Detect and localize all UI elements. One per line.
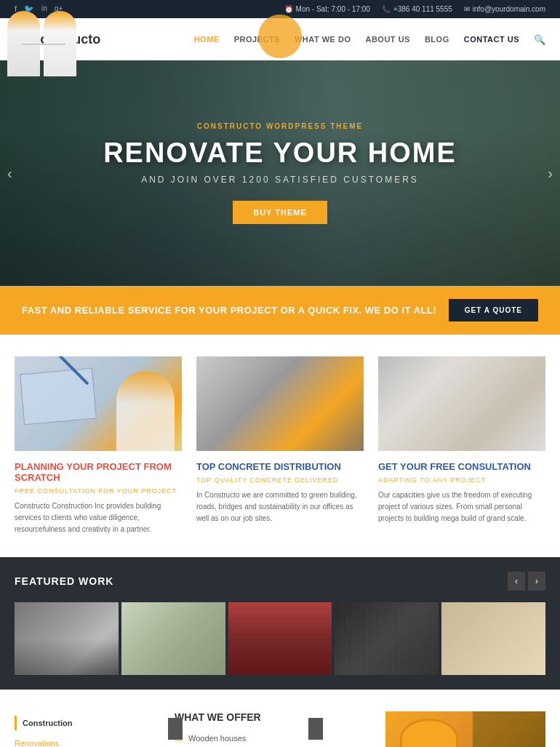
service-img-3: [378, 356, 545, 451]
featured-img-1[interactable]: [15, 602, 119, 675]
hero-title: RENOVATE YOUR HOME: [103, 137, 457, 169]
offer-title: WHAT WE OFFER: [175, 711, 371, 723]
featured-navigation: ‹ ›: [508, 572, 545, 591]
clock-icon: ⏰: [284, 5, 293, 13]
featured-img-3[interactable]: [228, 602, 332, 675]
email-icon: ✉: [464, 5, 470, 13]
hero-section: CONSTRUCTO WORDPRESS THEME RENOVATE YOUR…: [0, 60, 560, 286]
services-section: PLANNING YOUR PROJECT FROM SCRATCH FREE …: [0, 335, 560, 557]
buy-theme-button[interactable]: BUY THEME: [233, 201, 327, 224]
search-icon[interactable]: 🔍: [534, 34, 545, 45]
featured-section: FEATURED WORK ‹ ›: [0, 557, 560, 690]
phone-info: 📞 +386 40 111 5555: [382, 5, 452, 13]
service-subtitle-1: FREE CONSULTATION FOR YOUR PROJECT: [15, 487, 182, 495]
nav-blog[interactable]: BLOG: [425, 35, 449, 44]
service-title-3[interactable]: GET YOUR FREE CONSULTATION: [378, 461, 545, 472]
person-shape: [116, 371, 175, 451]
hero-next-arrow[interactable]: ›: [548, 165, 553, 182]
service-text-1: Constructo Construction Inc provides bui…: [15, 500, 182, 535]
email-text: info@yourdomain.com: [473, 5, 545, 13]
tab-renovations[interactable]: Renovations: [15, 735, 160, 747]
service-title-1[interactable]: PLANNING YOUR PROJECT FROM SCRATCH: [15, 461, 182, 483]
contact-info: ⏰ Mon - Sat: 7:00 - 17:00 📞 +386 40 111 …: [284, 5, 545, 13]
bottom-section: Construction Renovations WHAT WE OFFER ☑…: [0, 690, 560, 747]
featured-title: FEATURED WORK: [15, 575, 113, 587]
bottom-main: WHAT WE OFFER ☑ Wooden houses ☑ Brick co…: [175, 711, 371, 747]
hero-description: AND JOIN OVER 1200 SATISFIED CUSTOMERS: [103, 175, 457, 185]
bottom-tabs: Construction Renovations: [15, 711, 160, 747]
offer-item-1: ☑ Wooden houses: [175, 733, 371, 743]
service-consultation: GET YOUR FREE CONSULTATION ADAPTING TO A…: [378, 356, 545, 535]
linkedin-icon[interactable]: in: [41, 4, 47, 14]
hours-text: Mon - Sat: 7:00 - 17:00: [296, 5, 370, 13]
get-quote-button[interactable]: GET A QUOTE: [449, 299, 538, 321]
nav-contact[interactable]: CONTACT US: [464, 35, 519, 44]
helmet-shape: [400, 719, 458, 747]
service-subtitle-2: TOP QUALITY CONCRETE DELIVERED: [196, 476, 364, 484]
tab-construction[interactable]: Construction: [15, 711, 160, 735]
bottom-image: [385, 711, 545, 747]
offer-label-1: Wooden houses: [188, 734, 246, 743]
service-img-1: [15, 356, 182, 451]
nav-links: HOME PROJECTS WHAT WE DO ABOUT US BLOG C…: [194, 34, 545, 45]
featured-img-4[interactable]: [335, 602, 439, 675]
promo-banner: FAST AND RELIABLE SERVICE FOR YOUR PROJE…: [0, 286, 560, 335]
service-text-2: In Constructo we are committed to green …: [196, 490, 364, 524]
nav-about[interactable]: ABOUT US: [365, 35, 409, 44]
helmet-image: [385, 711, 545, 747]
service-concrete: TOP CONCRETE DISTRIBUTION TOP QUALITY CO…: [196, 356, 364, 535]
tab-active-indicator: [15, 716, 17, 730]
hero-subheading: CONSTRUCTO WORDPRESS THEME: [103, 122, 457, 130]
phone-icon: 📞: [382, 5, 391, 13]
featured-next-button[interactable]: ›: [528, 572, 545, 591]
phone-text: +386 40 111 5555: [393, 5, 452, 13]
featured-img-5[interactable]: [441, 602, 545, 675]
service-text-3: Our capacities give us the freedom of ex…: [378, 490, 545, 524]
hero-prev-arrow[interactable]: ‹: [7, 165, 12, 182]
service-title-2[interactable]: TOP CONCRETE DISTRIBUTION: [196, 461, 364, 472]
service-subtitle-3: ADAPTING TO ANY PROJECT: [378, 476, 545, 484]
nav-home[interactable]: HOME: [194, 35, 220, 44]
hero-content: CONSTRUCTO WORDPRESS THEME RENOVATE YOUR…: [103, 122, 457, 224]
tab-construction-label: Construction: [23, 719, 72, 727]
banner-text: FAST AND RELIABLE SERVICE FOR YOUR PROJE…: [22, 305, 436, 316]
featured-header: FEATURED WORK ‹ ›: [15, 572, 545, 591]
featured-grid: [15, 602, 545, 675]
email-info: ✉ info@yourdomain.com: [464, 5, 545, 13]
hours-info: ⏰ Mon - Sat: 7:00 - 17:00: [284, 5, 370, 13]
featured-prev-button[interactable]: ‹: [508, 572, 525, 591]
nav-what-we-do[interactable]: WHAT WE DO: [295, 35, 351, 44]
tab-renovations-label: Renovations: [15, 739, 59, 747]
service-planning: PLANNING YOUR PROJECT FROM SCRATCH FREE …: [15, 356, 182, 535]
featured-img-2[interactable]: [121, 602, 225, 675]
service-img-2: [196, 356, 364, 451]
